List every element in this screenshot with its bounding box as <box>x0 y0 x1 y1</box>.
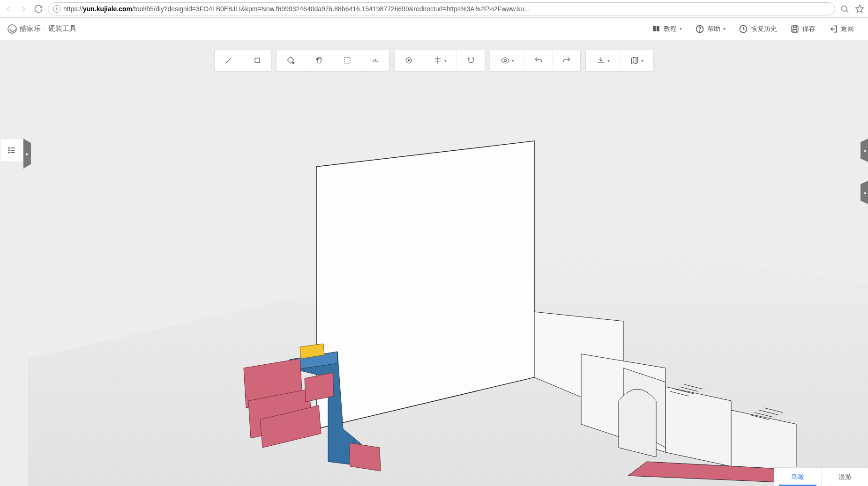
svg-marker-2 <box>856 5 864 12</box>
question-icon <box>695 24 704 34</box>
browser-forward-button[interactable] <box>18 3 29 15</box>
right-panel-handle-2[interactable]: ◂ <box>861 181 868 204</box>
brand-logo-icon <box>7 24 17 34</box>
browser-bar: i https://yun.kujiale.com/tool/h5/diy?de… <box>0 0 868 18</box>
eye-icon <box>501 56 510 65</box>
square-icon <box>253 56 262 65</box>
left-panel-expand-handle[interactable]: ▸ <box>23 139 31 169</box>
svg-line-1 <box>846 10 848 12</box>
chevron-down-icon: ▾ <box>680 26 682 31</box>
download-icon <box>596 56 606 65</box>
tool-horizon[interactable] <box>361 50 389 71</box>
undo-icon <box>534 56 543 65</box>
svg-point-53 <box>504 59 506 62</box>
tool-target[interactable] <box>395 50 423 71</box>
site-info-icon[interactable]: i <box>53 5 60 13</box>
bucket-icon <box>286 56 295 65</box>
brand-name: 酷家乐 <box>20 24 41 33</box>
help-label: 帮助 <box>707 25 720 33</box>
svg-point-34 <box>8 147 9 148</box>
chevron-down-icon: ▾ <box>607 58 610 63</box>
save-button[interactable]: 保存 <box>784 18 822 40</box>
app-header: 酷家乐 · 硬装工具 教程 ▾ 帮助 ▾ 恢复历史 保存 返回 <box>0 18 868 40</box>
restore-label: 恢复历史 <box>751 25 777 33</box>
left-panel-toggle[interactable] <box>0 139 23 162</box>
svg-rect-8 <box>793 29 797 32</box>
svg-rect-41 <box>255 58 260 63</box>
browser-reload-button[interactable] <box>33 3 44 15</box>
browser-star-icon[interactable] <box>854 3 865 15</box>
history-icon <box>739 24 748 34</box>
book-icon <box>651 24 661 34</box>
tool-rect[interactable] <box>243 50 271 71</box>
tutorial-button[interactable]: 教程 ▾ <box>645 18 688 40</box>
svg-point-42 <box>292 62 294 63</box>
exit-icon <box>829 24 838 34</box>
tool-redo[interactable] <box>552 50 580 71</box>
back-label: 返回 <box>841 25 854 33</box>
svg-point-36 <box>8 150 9 151</box>
scene-svg <box>0 40 868 486</box>
list-icon <box>7 146 16 155</box>
chevron-down-icon: ▾ <box>512 58 514 63</box>
save-label: 保存 <box>802 25 816 33</box>
right-panel-handle-1[interactable]: ◂ <box>861 139 868 162</box>
tab-roam-label: 漫游 <box>838 473 852 481</box>
help-button[interactable]: 帮助 ▾ <box>688 18 732 40</box>
tool-download[interactable]: ▾ <box>586 50 620 71</box>
tool-map[interactable]: ▾ <box>620 50 653 71</box>
svg-rect-43 <box>344 58 350 63</box>
svg-point-49 <box>408 59 409 61</box>
main-toolbar: ▾ ▾ ▾ ▾ <box>214 50 654 71</box>
svg-point-38 <box>8 152 9 153</box>
horizon-icon <box>371 56 380 65</box>
brand: 酷家乐 · 硬装工具 <box>7 24 76 34</box>
tab-bird-view[interactable]: 鸟瞰 <box>774 468 821 486</box>
target-icon <box>404 56 413 65</box>
magnet-icon <box>466 56 476 65</box>
tool-fill[interactable] <box>277 50 305 71</box>
brand-separator: · <box>44 25 45 33</box>
map-icon <box>630 56 639 65</box>
chevron-down-icon: ▾ <box>444 58 447 63</box>
view-mode-tabs: 鸟瞰 漫游 <box>774 467 868 486</box>
marquee-icon <box>343 56 352 65</box>
url-text: https://yun.kujiale.com/tool/h5/diy?desi… <box>63 5 530 13</box>
url-bar[interactable]: i https://yun.kujiale.com/tool/h5/diy?de… <box>48 2 835 15</box>
svg-marker-54 <box>631 57 637 63</box>
chevron-down-icon: ▾ <box>641 58 644 63</box>
chevron-down-icon: ▾ <box>723 26 726 31</box>
back-button[interactable]: 返回 <box>822 18 861 40</box>
svg-line-40 <box>226 58 232 63</box>
tool-visibility[interactable]: ▾ <box>490 50 524 71</box>
tab-roam[interactable]: 漫游 <box>821 468 868 486</box>
canvas-3d-viewport[interactable]: ▸ ◂ ◂ 鸟瞰 漫游 <box>0 40 868 486</box>
svg-marker-33 <box>349 443 381 471</box>
svg-point-0 <box>841 6 847 11</box>
svg-rect-7 <box>793 26 797 28</box>
tool-align[interactable]: ▾ <box>423 50 456 71</box>
redo-icon <box>562 56 571 65</box>
tab-bird-view-label: 鸟瞰 <box>791 473 804 481</box>
svg-point-4 <box>699 30 700 31</box>
hand-icon <box>314 56 324 65</box>
tool-undo[interactable] <box>524 50 552 71</box>
svg-marker-15 <box>666 387 731 466</box>
tool-snap[interactable] <box>456 50 485 71</box>
save-icon <box>790 24 800 34</box>
align-icon <box>433 56 442 65</box>
tool-select-area[interactable] <box>333 50 361 71</box>
brand-subtitle: 硬装工具 <box>48 24 76 33</box>
line-icon <box>224 56 233 65</box>
browser-search-icon[interactable] <box>839 3 850 15</box>
restore-button[interactable]: 恢复历史 <box>732 18 784 40</box>
tutorial-label: 教程 <box>664 25 677 33</box>
browser-back-button[interactable] <box>3 3 14 15</box>
tool-hand[interactable] <box>305 50 333 71</box>
tool-line[interactable] <box>215 50 243 71</box>
